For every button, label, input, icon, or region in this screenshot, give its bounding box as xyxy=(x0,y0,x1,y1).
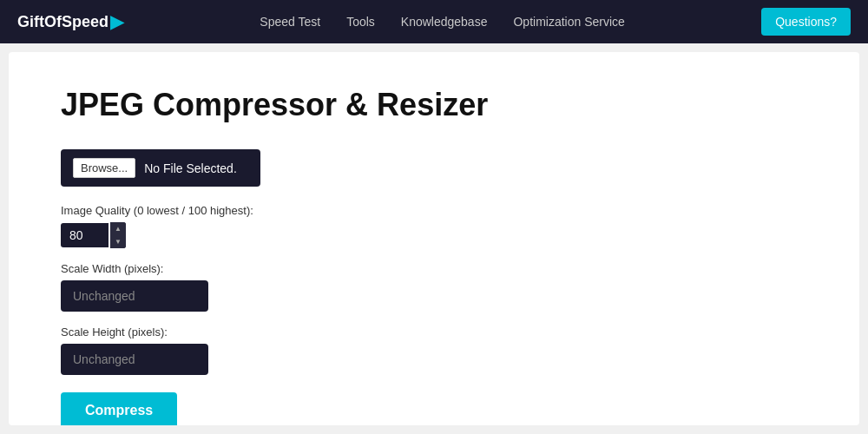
scale-height-input[interactable] xyxy=(61,344,208,375)
scale-height-group: Scale Height (pixels): xyxy=(61,326,807,375)
scale-height-label: Scale Height (pixels): xyxy=(61,326,807,339)
scale-width-input[interactable] xyxy=(61,280,208,312)
scale-width-group: Scale Width (pixels): xyxy=(61,262,807,312)
main-content: JPEG Compressor & Resizer Browse... No F… xyxy=(9,52,859,425)
quality-group: Image Quality (0 lowest / 100 highest): … xyxy=(61,204,807,248)
brand-logo: GiftOfSpeed▶ xyxy=(17,11,123,32)
compress-button[interactable]: Compress xyxy=(61,392,177,425)
quality-spinners: ▲ ▼ xyxy=(110,222,126,248)
browse-button[interactable]: Browse... xyxy=(73,158,135,178)
file-input-wrapper: Browse... No File Selected. xyxy=(61,149,260,187)
nav-tools[interactable]: Tools xyxy=(346,15,375,29)
scale-width-label: Scale Width (pixels): xyxy=(61,262,807,275)
nav-optimization-service[interactable]: Optimization Service xyxy=(513,15,624,29)
navbar: GiftOfSpeed▶ Speed Test Tools Knowledgeb… xyxy=(0,0,868,43)
quality-spinner-up[interactable]: ▲ xyxy=(110,222,126,235)
questions-button[interactable]: Questions? xyxy=(761,8,851,36)
quality-input[interactable] xyxy=(61,223,108,247)
brand-name: GiftOfSpeed xyxy=(17,13,108,31)
nav-speed-test[interactable]: Speed Test xyxy=(260,15,320,29)
quality-input-wrapper: ▲ ▼ xyxy=(61,222,807,248)
quality-spinner-down[interactable]: ▼ xyxy=(110,235,126,248)
nav-links: Speed Test Tools Knowledgebase Optimizat… xyxy=(149,15,735,29)
nav-knowledgebase[interactable]: Knowledgebase xyxy=(401,15,488,29)
no-file-label: No File Selected. xyxy=(144,161,237,175)
page-title: JPEG Compressor & Resizer xyxy=(61,87,807,123)
quality-label: Image Quality (0 lowest / 100 highest): xyxy=(61,204,807,217)
brand-arrow-icon: ▶ xyxy=(110,11,123,32)
navbar-actions: Questions? xyxy=(761,8,851,36)
